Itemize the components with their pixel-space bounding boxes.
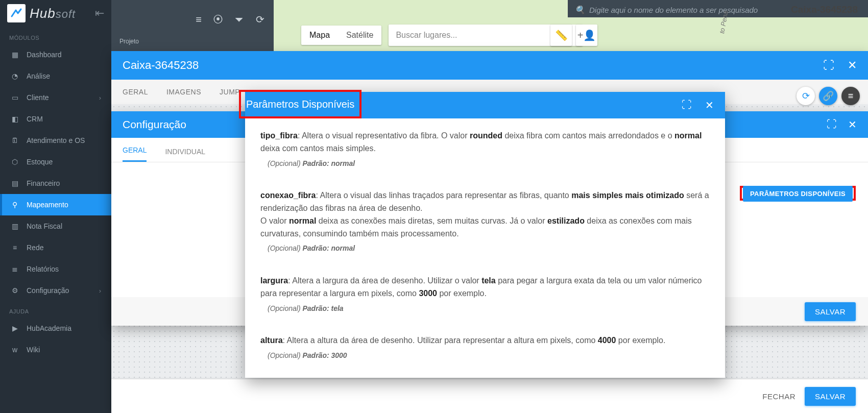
save-button[interactable]: SALVAR — [805, 302, 856, 321]
sidebar-label: Configuração — [27, 286, 69, 295]
sidebar-item-relatorios[interactable]: ≣Relatórios — [0, 258, 111, 280]
logo[interactable]: Hubsoft ⇤ — [0, 0, 111, 28]
sidebar-label: Relatórios — [27, 265, 59, 273]
param-name: largura — [260, 276, 288, 285]
sidebar: Hubsoft ⇤ MÓDULOS ▦Dashboard ◔Análise ▭C… — [0, 0, 111, 413]
sidebar-item-atendimento[interactable]: 🗓Atendimento e OS — [0, 130, 111, 151]
param-hint: (Opcional) Padrão: tela — [260, 303, 710, 314]
sidebar-label: Wiki — [27, 346, 40, 354]
topbar: ≡ ⦿ ⏷ ⟳ Projeto — [111, 0, 274, 51]
receipt-icon: ▥ — [10, 222, 19, 230]
close-button[interactable]: FECHAR — [762, 392, 795, 401]
report-icon: ≣ — [10, 265, 19, 273]
param-hint: (Opcional) Padrão: normal — [260, 158, 710, 169]
sidebar-item-analise[interactable]: ◔Análise — [0, 65, 111, 87]
location-icon[interactable]: ⦿ — [213, 14, 223, 26]
sidebar-item-cliente[interactable]: ▭Cliente› — [0, 87, 111, 108]
logo-text: Hubsoft — [30, 6, 76, 21]
logo-text-main: Hub — [30, 6, 56, 21]
collapse-icon[interactable]: ⇤ — [95, 7, 104, 20]
sidebar-item-mapeamento[interactable]: ⚲Mapeamento — [0, 194, 111, 215]
highlight-annotation: Parâmetros Disponíveis — [239, 90, 361, 118]
tab-jump[interactable]: JUMP — [220, 88, 240, 96]
gear-icon: ⚙ — [10, 286, 19, 295]
modal-config-title: Configuração — [123, 118, 186, 131]
element-search-placeholder: Digite aqui o nome do elemento a ser pes… — [589, 6, 758, 14]
tab-config-geral[interactable]: GERAL — [123, 146, 147, 162]
fab-link[interactable]: 🔗 — [819, 87, 837, 105]
filter-icon[interactable]: ⏷ — [234, 14, 245, 26]
ruler-icon[interactable]: 📏 — [550, 25, 572, 46]
fullscreen-icon[interactable]: ⛶ — [682, 99, 692, 111]
sidebar-item-notafiscal[interactable]: ▥Nota Fiscal — [0, 215, 111, 237]
fab-menu[interactable]: ≡ — [841, 87, 860, 105]
modal-parametros-header: Parâmetros Disponíveis ⛶ ✕ — [245, 92, 725, 118]
param-conexao-fibra: conexao_fibra: Altera o visual das linha… — [260, 189, 710, 254]
sidebar-item-estoque[interactable]: ⬡Estoque — [0, 151, 111, 173]
project-label[interactable]: Projeto — [119, 38, 139, 45]
param-name: tipo_fibra — [260, 131, 298, 140]
refresh-icon[interactable]: ⟳ — [256, 13, 264, 26]
tab-geral[interactable]: GERAL — [123, 88, 148, 96]
fab-refresh[interactable]: ⟳ — [797, 87, 815, 105]
dashboard-icon: ▦ — [10, 51, 19, 59]
crm-icon: ◧ — [10, 115, 19, 123]
map-type-map[interactable]: Mapa — [301, 26, 338, 45]
sidebar-item-hubacademia[interactable]: ▶HubAcademia — [0, 318, 111, 339]
close-icon[interactable]: ✕ — [848, 118, 857, 131]
modal-parametros-title: Parâmetros Disponíveis — [246, 99, 354, 110]
highlight-annotation: PARÂMETROS DISPONÍVEIS — [740, 186, 856, 201]
modal-parametros: Parâmetros Disponíveis ⛶ ✕ tipo_fibra: A… — [245, 92, 725, 378]
sidebar-item-wiki[interactable]: wWiki — [0, 339, 111, 360]
param-hint: (Opcional) Padrão: normal — [260, 243, 710, 254]
calendar-icon: 🗓 — [10, 136, 19, 144]
sidebar-item-rede[interactable]: ≡Rede — [0, 237, 111, 258]
sidebar-label: CRM — [27, 115, 43, 123]
menu-icon[interactable]: ≡ — [196, 14, 202, 26]
sidebar-item-configuracao[interactable]: ⚙Configuração› — [0, 280, 111, 301]
sidebar-label: Financeiro — [27, 179, 60, 187]
logo-text-soft: soft — [56, 8, 76, 20]
map-tools: 📏 +👤 — [550, 25, 597, 46]
pin-icon: ⚲ — [10, 201, 19, 209]
sidebar-label: HubAcademia — [27, 324, 71, 332]
modal-parametros-body[interactable]: tipo_fibra: Altera o visual representati… — [245, 118, 725, 378]
wiki-icon: w — [10, 346, 19, 354]
tab-config-individual[interactable]: INDIVIDUAL — [165, 148, 205, 162]
parametros-disponiveis-button[interactable]: PARÂMETROS DISPONÍVEIS — [743, 186, 853, 202]
param-tipo-fibra: tipo_fibra: Altera o visual representati… — [260, 130, 710, 169]
param-altura: altura: Altera a altura da área de desen… — [260, 334, 710, 361]
tab-imagens[interactable]: IMAGENS — [166, 88, 201, 96]
floating-action-buttons: ⟳ 🔗 ≡ — [797, 87, 860, 105]
add-person-icon[interactable]: +👤 — [576, 25, 597, 46]
param-name: altura — [260, 336, 283, 345]
sidebar-label: Cliente — [27, 93, 49, 102]
box-icon: ⬡ — [10, 158, 19, 166]
map-type-satellite[interactable]: Satélite — [338, 26, 381, 45]
chevron-right-icon: › — [99, 94, 101, 102]
sidebar-item-crm[interactable]: ◧CRM — [0, 108, 111, 130]
sidebar-item-financeiro[interactable]: ▤Financeiro — [0, 173, 111, 194]
close-icon[interactable]: ✕ — [848, 59, 857, 72]
money-icon: ▤ — [10, 179, 19, 187]
sidebar-section-ajuda: AJUDA — [0, 301, 111, 318]
user-card-icon: ▭ — [10, 93, 19, 102]
map-search-placeholder: Buscar lugares... — [396, 31, 457, 40]
sidebar-label: Dashboard — [27, 51, 62, 59]
modal-caixa-footer: FECHAR SALVAR — [111, 379, 868, 413]
chevron-right-icon: › — [99, 287, 101, 295]
param-hint: (Opcional) Padrão: 3000 — [260, 350, 710, 361]
fullscreen-icon[interactable]: ⛶ — [823, 59, 834, 72]
sidebar-section-modulos: MÓDULOS — [0, 28, 111, 44]
sidebar-item-dashboard[interactable]: ▦Dashboard — [0, 44, 111, 65]
save-button[interactable]: SALVAR — [805, 387, 856, 406]
map-controls: Mapa Satélite Buscar lugares... — [301, 25, 583, 46]
map-type-switch: Mapa Satélite — [301, 26, 381, 45]
param-largura: largura: Altera a largura da área de des… — [260, 275, 710, 314]
sidebar-label: Mapeamento — [27, 201, 68, 209]
close-icon[interactable]: ✕ — [705, 99, 714, 111]
fullscreen-icon[interactable]: ⛶ — [827, 118, 837, 131]
network-icon: ≡ — [10, 244, 19, 252]
sidebar-label: Estoque — [27, 158, 53, 166]
search-icon: 🔍 — [575, 5, 585, 15]
